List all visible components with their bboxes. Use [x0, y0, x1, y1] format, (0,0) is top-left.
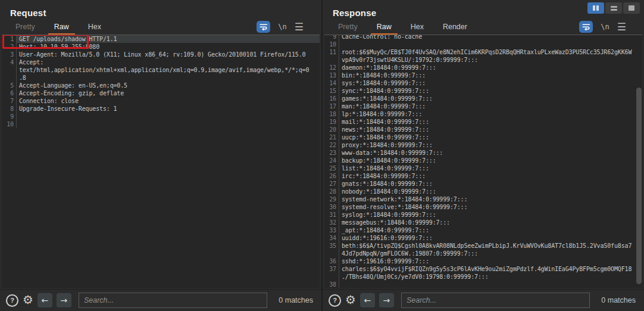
word-wrap-toggle-icon[interactable] — [257, 21, 270, 33]
code-line: 10 — [2, 120, 320, 128]
code-line: 21uucp:*:18484:0:99999:7::: — [324, 133, 642, 141]
line-number: 34 — [324, 234, 339, 242]
layout-single-button[interactable] — [623, 2, 640, 14]
code-line: 28nobody:*:18484:0:99999:7::: — [324, 188, 642, 195]
line-text — [339, 41, 642, 48]
line-number: 2 — [2, 43, 17, 51]
line-text: messagebus:*:18484:0:99999:7::: — [339, 219, 642, 226]
prev-match-button[interactable]: ← — [37, 293, 52, 307]
line-number: 9 — [2, 113, 17, 120]
line-text: backup:*:18484:0:99999:7::: — [339, 157, 642, 164]
code-line: 36sshd:*:19616:0:99999:7::: — [324, 257, 642, 265]
code-line: 14sys:*:18484:0:99999:7::: — [324, 79, 642, 87]
code-line: 4Jd7pdNpqN/gmFLOC6W.:19807:0:99999:7::: — [324, 250, 642, 257]
response-search-input[interactable] — [401, 293, 590, 308]
response-editor[interactable]: 9Cache-Control: no-cache1011root:$6$MuyQ… — [324, 35, 642, 288]
line-number: 36 — [324, 257, 339, 265]
line-text: root:$6$MuyQc/EB$TJ0f4UvSAQ/e8N2ehICim6K… — [339, 48, 642, 56]
line-text: sync:*:18484:0:99999:7::: — [339, 87, 642, 95]
code-line: 16games:*:18484:0:99999:7::: — [324, 95, 642, 102]
code-line: 1GET /uploads/shadow HTTP/1.1 — [2, 35, 320, 43]
line-text: GET /uploads/shadow HTTP/1.1 — [17, 35, 320, 43]
line-number: 12 — [324, 64, 339, 71]
line-text: Upgrade-Insecure-Requests: 1 — [17, 105, 320, 113]
burp-request-response-view: Request PrettyRawHex \n ☰ 1GET /uploads/… — [0, 0, 644, 311]
tab-pretty[interactable]: Pretty — [332, 21, 364, 35]
line-number: 33 — [324, 226, 339, 234]
response-panel: Response PrettyRawHexRender — [323, 0, 644, 311]
line-number: 35 — [324, 242, 339, 250]
newline-toggle-icon[interactable]: \n — [601, 23, 609, 31]
line-text: irc:*:18484:0:99999:7::: — [339, 172, 642, 180]
line-text: vpA9v0r73jswtU4KSLU/:19792:0:99999:7::: — [339, 56, 642, 64]
line-number: 9 — [324, 35, 339, 41]
line-number: 13 — [324, 71, 339, 79]
code-line: 22proxy:*:18484:0:99999:7::: — [324, 141, 642, 149]
line-number: 28 — [324, 188, 339, 195]
response-tabs: PrettyRawHexRender — [332, 21, 473, 35]
line-text: gnats:*:18484:0:99999:7::: — [339, 180, 642, 188]
line-number: 29 — [324, 195, 339, 203]
request-panel-title: Request — [0, 0, 46, 18]
request-code-rows: 1GET /uploads/shadow HTTP/1.12Host: 10.1… — [2, 35, 320, 128]
word-wrap-toggle-icon[interactable] — [579, 21, 593, 33]
line-number: 5 — [2, 82, 17, 89]
help-icon[interactable]: ? — [6, 294, 18, 307]
code-line: 24backup:*:18484:0:99999:7::: — [324, 157, 642, 164]
editor-menu-icon[interactable]: ☰ — [617, 24, 626, 30]
code-line: ./TBhs48Q/Umj0Cs/ye7dV0:19798:0:99999:7:… — [324, 273, 642, 281]
settings-gear-icon[interactable]: ⚙ — [23, 294, 33, 306]
layout-columns-button[interactable] — [587, 2, 604, 14]
layout-rows-button[interactable] — [605, 2, 622, 14]
line-text: text/html,application/xhtml+xml,applicat… — [17, 66, 320, 74]
tab-raw[interactable]: Raw — [371, 21, 398, 35]
code-line: 32messagebus:*:18484:0:99999:7::: — [324, 219, 642, 226]
tab-raw[interactable]: Raw — [48, 21, 75, 35]
help-icon[interactable]: ? — [329, 294, 341, 307]
line-text — [17, 120, 320, 128]
code-line: 31syslog:*:18484:0:99999:7::: — [324, 211, 642, 219]
line-number — [324, 56, 339, 64]
vertical-scrollbar-thumb[interactable] — [636, 88, 642, 284]
line-number: 21 — [324, 133, 339, 141]
line-text: lp:*:18484:0:99999:7::: — [339, 110, 642, 118]
line-text: uuidd:*:19616:0:99999:7::: — [339, 234, 642, 242]
next-match-button[interactable]: → — [57, 293, 71, 307]
tab-render[interactable]: Render — [437, 21, 473, 35]
code-line: 18lp:*:18484:0:99999:7::: — [324, 110, 642, 118]
next-match-button[interactable]: → — [379, 293, 394, 307]
request-tab-tools: \n ☰ — [257, 21, 304, 35]
tab-pretty[interactable]: Pretty — [10, 21, 41, 35]
line-number — [2, 74, 17, 82]
tab-hex[interactable]: Hex — [405, 21, 430, 35]
line-text: charles:$6$yO4vvijF$RIQZn9g5y5s3cP6lAvKH… — [339, 265, 642, 273]
line-number: 38 — [324, 281, 339, 288]
newline-toggle-icon[interactable]: \n — [278, 23, 286, 31]
code-line: 9Cache-Control: no-cache — [324, 35, 642, 41]
code-line: 17man:*:18484:0:99999:7::: — [324, 102, 642, 110]
code-line: 26irc:*:18484:0:99999:7::: — [324, 172, 642, 180]
line-text: list:*:18484:0:99999:7::: — [339, 164, 642, 172]
code-line: 19mail:*:18484:0:99999:7::: — [324, 118, 642, 126]
response-tab-bar: PrettyRawHexRender \n ☰ — [323, 21, 644, 35]
line-number — [324, 250, 339, 257]
response-match-count: 0 matches — [601, 296, 636, 304]
request-editor[interactable]: 1GET /uploads/shadow HTTP/1.12Host: 10.1… — [2, 35, 320, 288]
line-number: 20 — [324, 126, 339, 133]
line-number: 3 — [2, 51, 17, 58]
code-line: 12daemon:*:18484:0:99999:7::: — [324, 64, 642, 71]
settings-gear-icon[interactable]: ⚙ — [345, 294, 356, 306]
prev-match-button[interactable]: ← — [360, 293, 375, 307]
tab-hex[interactable]: Hex — [82, 21, 107, 35]
code-line: 23www-data:*:18484:0:99999:7::: — [324, 149, 642, 157]
editor-menu-icon[interactable]: ☰ — [295, 24, 304, 30]
line-text: Connection: close — [17, 97, 320, 105]
line-number: 31 — [324, 211, 339, 219]
request-search-input[interactable] — [79, 293, 267, 308]
line-text: Accept: — [17, 58, 320, 66]
line-text: 4Jd7pdNpqN/gmFLOC6W.:19807:0:99999:7::: — [339, 250, 642, 257]
code-line: 3User-Agent: Mozilla/5.0 (X11; Linux x86… — [2, 51, 320, 58]
request-panel: Request PrettyRawHex \n ☰ 1GET /uploads/… — [0, 0, 321, 311]
line-text: sshd:*:19616:0:99999:7::: — [339, 257, 642, 265]
line-number: 25 — [324, 164, 339, 172]
